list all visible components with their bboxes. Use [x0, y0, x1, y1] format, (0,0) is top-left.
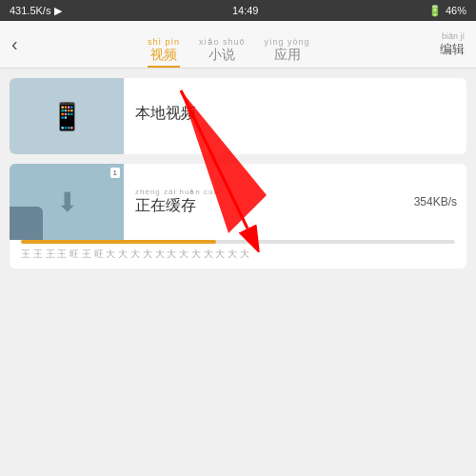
status-right: 🔋 46% [428, 5, 466, 17]
status-downloading: zhèng zài huǎn cún 正在缓存 [135, 188, 403, 216]
local-video-info: 本地视频 [124, 96, 466, 137]
status-bar: 431.5K/s ▶ 14:49 🔋 46% [0, 0, 476, 21]
tab-app-label: 应用 [274, 47, 301, 64]
downloading-item[interactable]: ⬇ 1 zhèng zài huǎn cún 正在缓存 354KB/s 王 王 … [10, 164, 466, 268]
tab-app-pinyin: yìng yòng [265, 37, 310, 47]
download-speed: 354KB/s [414, 195, 466, 208]
battery-icon: 🔋 [428, 5, 442, 17]
white-badge: 1 [110, 168, 120, 178]
download-icon: ⬇ [56, 187, 78, 218]
tab-video-pinyin: shì pín [148, 37, 180, 47]
tab-video-label: 视频 [150, 47, 177, 64]
download-thumb: ⬇ 1 [10, 164, 124, 240]
downloading-info: zhèng zài huǎn cún 正在缓存 [124, 180, 414, 224]
local-video-title: 本地视频 [135, 104, 455, 124]
progress-bar-bg [21, 240, 455, 244]
tab-app[interactable]: yìng yòng 应用 [265, 37, 310, 64]
tab-novel[interactable]: xiǎo shuō 小说 [199, 37, 246, 64]
progress-area: 王 王 王 王 旺 王 旺 大 大 大 大 大 大 大 大 大 大 大 大 [10, 240, 466, 268]
progress-bar-fill [21, 240, 216, 244]
local-video-thumb: 📱 [10, 78, 124, 154]
edit-pinyin: biān jí [440, 31, 465, 41]
status-left: 431.5K/s ▶ [10, 5, 62, 17]
status-time: 14:49 [232, 5, 259, 16]
tab-novel-pinyin: xiǎo shuō [199, 37, 246, 47]
status-label: 正在缓存 [135, 196, 403, 216]
nav-bar: ‹ shì pín 视频 xiǎo shuō 小说 yìng yòng 应用 b… [0, 21, 476, 69]
back-button[interactable]: ‹ [11, 33, 18, 55]
battery-percent: 46% [446, 5, 466, 16]
downloading-top-row: ⬇ 1 zhèng zài huǎn cún 正在缓存 354KB/s [10, 164, 466, 240]
tab-video-underline [148, 66, 180, 68]
edit-section: biān jí 编辑 [440, 31, 465, 58]
network-speed: 431.5K/s [10, 5, 50, 16]
edit-button[interactable]: 编辑 [440, 41, 465, 58]
status-pinyin: zhèng zài huǎn cún [135, 188, 403, 196]
signal-icon: ▶ [54, 5, 62, 17]
dark-corner [10, 207, 43, 240]
tab-video[interactable]: shì pín 视频 [148, 37, 180, 64]
nav-tabs: shì pín 视频 xiǎo shuō 小说 yìng yòng 应用 [148, 21, 310, 68]
content-area: 📱 本地视频 ⬇ 1 zhèng zài huǎn cún 正在缓存 354KB… [0, 69, 476, 288]
tab-novel-label: 小说 [208, 47, 235, 64]
scrolling-text: 王 王 王 王 旺 王 旺 大 大 大 大 大 大 大 大 大 大 大 大 [21, 248, 455, 261]
local-video-item[interactable]: 📱 本地视频 [10, 78, 466, 154]
phone-icon: 📱 [50, 101, 84, 132]
